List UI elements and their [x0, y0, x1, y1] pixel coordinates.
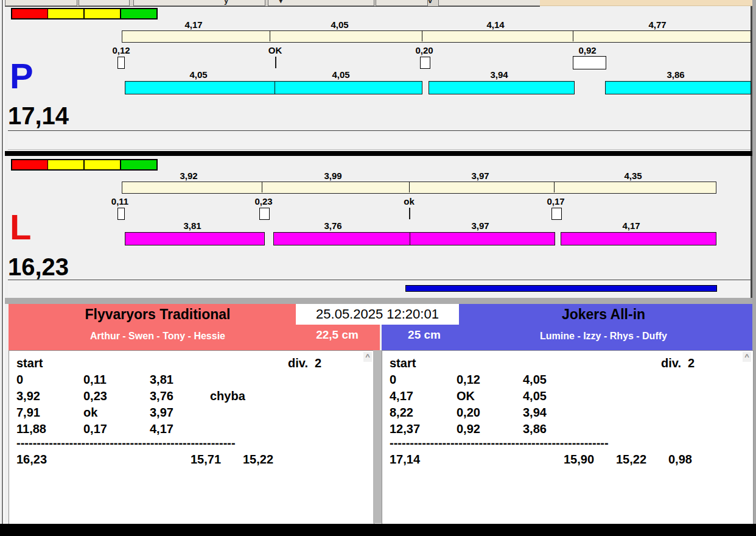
lap-bar-segment	[125, 232, 265, 245]
log-cell: 3,81	[150, 372, 173, 387]
log-total-cell: 15,71	[191, 452, 221, 467]
gap-tick-line	[409, 208, 410, 219]
status-quad-segment	[121, 8, 158, 19]
log-div-label: div. 2	[661, 356, 695, 370]
toolbar-button[interactable]	[79, 0, 130, 6]
lap-time-label: 4,17	[604, 220, 659, 231]
scrollbar-up-icon[interactable]: ^	[363, 352, 372, 362]
log-cell: 4,05	[523, 389, 547, 403]
log-cell: 11,88	[16, 421, 46, 436]
split-bar-divider	[262, 182, 262, 192]
gap-tick-marker	[117, 57, 125, 69]
lap-time-label: 4,05	[313, 69, 368, 80]
lane-l: 3,923,993,974,350,110,23ok0,173,813,763,…	[0, 158, 756, 280]
team-right-name: Jokers All-in	[455, 306, 752, 323]
gap-time-label: OK	[248, 45, 303, 55]
lane-l-progress-strip	[8, 280, 751, 299]
gap-tick-marker	[117, 208, 125, 220]
scrollbar-up-icon[interactable]: ^	[743, 352, 751, 362]
log-cell: 0	[16, 372, 23, 387]
team-left-log-table: startdiv. 200,113,813,920,233,76chyba7,9…	[9, 350, 374, 524]
log-cell: 0,17	[83, 421, 107, 436]
status-quad-segment	[47, 159, 85, 171]
toolbar-strip: y▾v	[5, 0, 540, 7]
lane-p: 4,174,054,144,770,12OK0,200,924,054,053,…	[0, 7, 756, 129]
log-cell: 0,12	[457, 372, 480, 387]
log-total-cell: 15,22	[616, 452, 646, 467]
toolbar-button[interactable]	[268, 0, 374, 6]
split-time-label: 3,97	[453, 171, 508, 181]
lap-bar-segment	[410, 232, 555, 245]
log-cell: 4,17	[390, 389, 413, 403]
log-total-cell: 15,22	[243, 452, 273, 467]
log-start-label: start	[16, 356, 43, 370]
split-bar-divider	[270, 30, 270, 41]
lane-letter: P	[10, 58, 33, 94]
log-total-cell: 17,14	[390, 452, 420, 467]
split-time-label: 4,35	[606, 171, 660, 181]
split-bar-divider	[409, 182, 410, 192]
toolbar-button[interactable]	[5, 0, 77, 6]
log-cell: chyba	[210, 389, 245, 403]
log-separator: ----------------------------------------…	[16, 436, 247, 450]
team-right-members: Lumine - Izzy - Rhys - Duffy	[455, 331, 752, 342]
log-total-cell: 0,98	[668, 452, 692, 467]
lane-total-time: 16,23	[8, 255, 69, 279]
team-left-distance: 22,5 cm	[295, 328, 380, 342]
log-div-label: div. 2	[288, 356, 321, 370]
log-cell: ok	[83, 405, 97, 420]
lap-time-label: 4,05	[171, 69, 226, 80]
toolbar-button[interactable]	[133, 0, 265, 6]
datetime-display: 25.05.2025 12:20:01	[296, 304, 459, 325]
split-bar-divider	[554, 182, 555, 192]
log-cell: 4,05	[523, 372, 547, 387]
lane-letter: L	[10, 210, 31, 245]
gap-tick-marker	[551, 208, 562, 220]
log-cell: 12,37	[390, 421, 420, 436]
log-total-cell: 15,90	[564, 452, 594, 467]
log-cell: 3,94	[523, 405, 547, 420]
lap-time-label: 3,81	[165, 220, 220, 231]
gap-time-label: 0,11	[93, 196, 147, 206]
toolbar-button[interactable]	[438, 0, 540, 6]
section-divider	[5, 151, 752, 156]
bottom-black-bar	[0, 524, 756, 536]
table-gap	[373, 350, 382, 523]
status-quad-segment	[84, 159, 121, 171]
lap-bar-segment	[273, 232, 410, 245]
log-cell: 0,92	[457, 421, 480, 436]
lap-bar-segment	[429, 81, 575, 94]
status-quad-segment	[47, 8, 85, 19]
lap-time-label: 3,86	[648, 69, 703, 80]
log-cell: 4,17	[150, 421, 173, 436]
split-time-label: 4,05	[312, 19, 367, 30]
team-right-log-table: startdiv. 200,124,054,17OK4,058,220,203,…	[382, 350, 754, 524]
log-cell: 7,91	[16, 405, 40, 420]
split-time-label: 4,17	[166, 19, 221, 30]
status-quad-segment	[84, 8, 121, 19]
lap-time-label: 3,97	[453, 220, 508, 231]
toolbar-button[interactable]	[376, 0, 428, 6]
lap-bar-segment	[125, 81, 276, 94]
team-left-name: Flyvaryors Traditional	[9, 306, 307, 323]
split-time-label: 3,92	[161, 171, 216, 181]
log-start-label: start	[390, 356, 416, 370]
gap-time-label: 0,23	[236, 196, 291, 206]
log-cell: OK	[457, 389, 475, 403]
lane-total-time: 17,14	[8, 104, 69, 128]
gap-time-label: 0,12	[94, 45, 149, 55]
lap-time-label: 3,76	[306, 220, 360, 231]
toolbar-glyph: y	[224, 0, 228, 5]
log-cell: 3,86	[523, 421, 547, 436]
log-cell: 0,20	[457, 405, 480, 420]
split-bar-divider	[573, 30, 573, 41]
split-bar	[122, 182, 716, 194]
header-separator-band	[5, 298, 752, 304]
gap-tick-marker	[259, 208, 270, 220]
status-quad-segment	[121, 159, 158, 171]
lap-bar-segment	[561, 232, 716, 245]
team-right-distance: 25 cm	[388, 328, 461, 342]
gap-tick-marker	[573, 56, 606, 69]
toolbar-glyph: ▾	[279, 0, 283, 5]
lap-bar-segment	[275, 81, 422, 94]
